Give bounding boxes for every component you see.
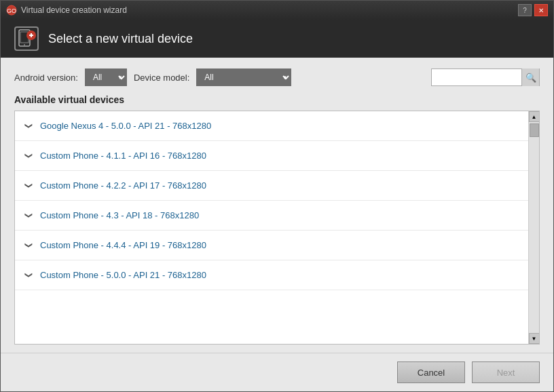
scrollbar-track: ▲ ▼ [528, 111, 539, 344]
window: GO Virtual device creation wizard ? ✕ Se… [0, 0, 554, 392]
android-version-select[interactable]: All [85, 68, 127, 86]
chevron-down-icon: ❯ [24, 272, 33, 278]
chevron-down-icon: ❯ [24, 212, 33, 218]
chevron-down-icon: ❯ [24, 153, 33, 159]
android-version-select-wrapper[interactable]: All [85, 68, 127, 86]
scroll-up-button[interactable]: ▲ [529, 111, 540, 122]
chevron-down-icon: ❯ [24, 123, 33, 129]
device-name: Custom Phone - 4.1.1 - API 16 - 768x1280 [40, 151, 206, 161]
list-item[interactable]: ❯ Custom Phone - 5.0.0 - API 21 - 768x12… [15, 260, 528, 290]
svg-text:GO: GO [7, 7, 16, 14]
device-model-select-wrapper[interactable]: All [196, 68, 291, 86]
android-version-label: Android version: [14, 73, 78, 83]
help-button[interactable]: ? [518, 4, 532, 16]
section-title: Available virtual devices [14, 94, 540, 105]
device-name: Custom Phone - 5.0.0 - API 21 - 768x1280 [40, 270, 206, 280]
svg-point-4 [24, 44, 25, 45]
search-box: 🔍 [431, 68, 540, 86]
device-name: Custom Phone - 4.3 - API 18 - 768x1280 [40, 210, 199, 220]
device-model-select[interactable]: All [196, 68, 291, 86]
window-title: Virtual device creation wizard [21, 5, 518, 15]
search-button[interactable]: 🔍 [521, 68, 539, 86]
content-area: Android version: All Device model: All 🔍… [1, 58, 553, 353]
chevron-down-icon: ❯ [24, 182, 33, 189]
list-item[interactable]: ❯ Custom Phone - 4.2.2 - API 17 - 768x12… [15, 171, 528, 201]
device-list[interactable]: ❯ Google Nexus 4 - 5.0.0 - API 21 - 768x… [15, 111, 539, 344]
filter-row: Android version: All Device model: All 🔍 [14, 68, 540, 86]
device-list-container: ❯ Google Nexus 4 - 5.0.0 - API 21 - 768x… [14, 111, 540, 345]
device-name: Google Nexus 4 - 5.0.0 - API 21 - 768x12… [40, 121, 211, 131]
footer: Cancel Next [1, 353, 553, 391]
list-item[interactable]: ❯ Custom Phone - 4.3 - API 18 - 768x1280 [15, 201, 528, 231]
device-name: Custom Phone - 4.4.4 - API 19 - 768x1280 [40, 240, 206, 250]
app-icon: GO [6, 5, 17, 16]
scroll-thumb[interactable] [530, 123, 539, 137]
scroll-down-button[interactable]: ▼ [529, 333, 540, 344]
search-input[interactable] [432, 69, 521, 85]
list-item[interactable]: ❯ Custom Phone - 4.1.1 - API 16 - 768x12… [15, 141, 528, 171]
title-bar-controls: ? ✕ [518, 4, 548, 16]
close-button[interactable]: ✕ [534, 4, 548, 16]
header-bar: Select a new virtual device [1, 20, 553, 58]
chevron-down-icon: ❯ [24, 242, 33, 248]
cancel-button[interactable]: Cancel [397, 361, 465, 383]
list-item[interactable]: ❯ Google Nexus 4 - 5.0.0 - API 21 - 768x… [15, 111, 528, 141]
device-list-inner: ❯ Google Nexus 4 - 5.0.0 - API 21 - 768x… [15, 111, 539, 290]
search-icon: 🔍 [525, 73, 536, 83]
page-title: Select a new virtual device [48, 32, 193, 46]
new-device-icon [14, 26, 39, 51]
list-item[interactable]: ❯ Custom Phone - 4.4.4 - API 19 - 768x12… [15, 231, 528, 260]
title-bar: GO Virtual device creation wizard ? ✕ [1, 1, 553, 20]
device-name: Custom Phone - 4.2.2 - API 17 - 768x1280 [40, 180, 206, 191]
device-model-label: Device model: [134, 73, 189, 83]
next-button[interactable]: Next [472, 361, 540, 383]
